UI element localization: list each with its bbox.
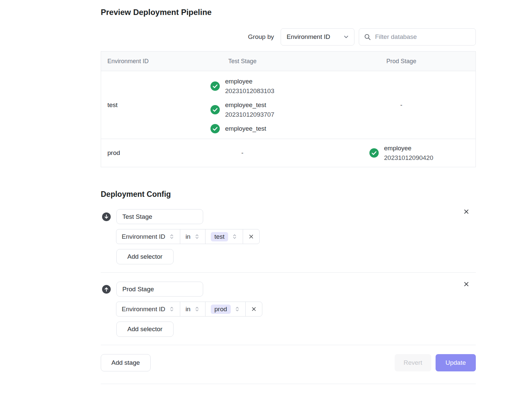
check-circle-icon xyxy=(210,124,220,133)
group-by-select[interactable]: Environment ID xyxy=(281,28,354,46)
selector-value-tag: prod xyxy=(211,305,231,314)
check-circle-icon xyxy=(210,81,220,91)
stage-config-test: Environment ID in test xyxy=(101,209,476,264)
selector-group: Environment ID in prod xyxy=(116,302,262,317)
database-version: 20231012083103 xyxy=(225,86,274,96)
close-icon xyxy=(248,233,254,240)
toolbar: Group by Environment ID xyxy=(101,28,476,46)
database-version: 20231012093707 xyxy=(225,110,274,119)
deployment-config-heading: Deployment Config xyxy=(101,189,476,199)
database-version: 20231012090420 xyxy=(384,153,433,163)
environment-cell: test xyxy=(101,101,158,109)
empty-indicator: - xyxy=(400,101,402,109)
selector-operator-select[interactable]: in xyxy=(180,229,205,244)
stage-name-input[interactable] xyxy=(116,209,203,224)
selector-operator-value: in xyxy=(186,233,191,240)
test-stage-cell: - xyxy=(158,149,327,157)
search-icon xyxy=(364,33,371,41)
update-button[interactable]: Update xyxy=(436,354,476,371)
selector-value-select[interactable]: test xyxy=(205,229,243,244)
selector-operator-select[interactable]: in xyxy=(180,302,205,316)
deployed-database-item: employee_test xyxy=(210,124,266,133)
prod-stage-cell: employee 20231012090420 xyxy=(327,143,475,163)
divider xyxy=(101,384,476,384)
selector-operator-value: in xyxy=(186,306,191,313)
divider xyxy=(101,345,476,345)
stage-name-input[interactable] xyxy=(116,282,203,297)
database-name: employee xyxy=(225,76,274,86)
remove-selector-button[interactable] xyxy=(243,229,259,244)
selector-value-select[interactable]: prod xyxy=(205,302,245,316)
selector-key-value: Environment ID xyxy=(122,306,165,313)
pipeline-table-header: Environment ID Test Stage Prod Stage xyxy=(101,52,475,71)
database-name: employee_test xyxy=(225,124,266,133)
test-stage-cell: employee 20231012083103 employee_test 20… xyxy=(158,76,327,133)
deployment-pipeline-page: Preview Deployment Pipeline Group by Env… xyxy=(101,0,476,384)
selector-key-select[interactable]: Environment ID xyxy=(116,302,180,316)
revert-button[interactable]: Revert xyxy=(395,354,431,371)
chevron-down-icon xyxy=(343,34,349,40)
column-header-environment-id: Environment ID xyxy=(101,58,158,65)
close-icon xyxy=(463,284,470,289)
selector-key-value: Environment ID xyxy=(122,233,165,240)
chevrons-up-down-icon xyxy=(169,234,175,239)
group-by-label: Group by xyxy=(248,33,274,41)
close-icon xyxy=(251,306,257,312)
prod-stage-cell: - xyxy=(327,101,475,109)
table-row: prod - employee 20231012090420 xyxy=(101,139,475,167)
add-selector-button[interactable]: Add selector xyxy=(116,249,174,264)
add-stage-button[interactable]: Add stage xyxy=(101,354,151,371)
arrow-down-circle-icon[interactable] xyxy=(102,212,111,221)
empty-indicator: - xyxy=(241,149,243,157)
deployed-database-item: employee 20231012083103 xyxy=(210,76,274,96)
deployed-database-item: employee 20231012090420 xyxy=(369,143,433,163)
check-circle-icon xyxy=(369,148,379,158)
selector-key-select[interactable]: Environment ID xyxy=(116,229,180,244)
remove-selector-button[interactable] xyxy=(245,302,262,316)
divider xyxy=(101,272,476,273)
add-selector-button[interactable]: Add selector xyxy=(116,322,174,337)
remove-stage-button[interactable] xyxy=(462,280,470,288)
filter-database-input[interactable] xyxy=(374,33,471,41)
chevrons-up-down-icon xyxy=(234,306,240,312)
page-title: Preview Deployment Pipeline xyxy=(101,7,476,17)
chevrons-up-down-icon xyxy=(169,306,175,312)
database-name: employee xyxy=(384,143,433,153)
chevrons-up-down-icon xyxy=(194,234,200,239)
chevrons-up-down-icon xyxy=(194,306,200,312)
table-row: test employee 20231012083103 xyxy=(101,71,475,139)
close-icon xyxy=(463,211,470,216)
arrow-up-circle-icon[interactable] xyxy=(102,285,111,294)
deployed-database-item: employee_test 20231012093707 xyxy=(210,100,274,119)
column-header-test-stage: Test Stage xyxy=(158,58,327,65)
database-name: employee_test xyxy=(225,100,274,110)
filter-database-field xyxy=(359,28,476,46)
stage-config-prod: Environment ID in prod xyxy=(101,282,476,337)
group-by-selected-value: Environment ID xyxy=(287,33,330,41)
selector-value-tag: test xyxy=(211,232,228,241)
remove-stage-button[interactable] xyxy=(462,207,470,216)
check-circle-icon xyxy=(210,105,220,114)
selector-group: Environment ID in test xyxy=(116,229,260,244)
chevrons-up-down-icon xyxy=(232,234,237,239)
config-footer: Add stage Revert Update xyxy=(101,354,476,371)
environment-cell: prod xyxy=(101,149,158,157)
column-header-prod-stage: Prod Stage xyxy=(327,58,475,65)
pipeline-table: Environment ID Test Stage Prod Stage tes… xyxy=(101,51,476,167)
